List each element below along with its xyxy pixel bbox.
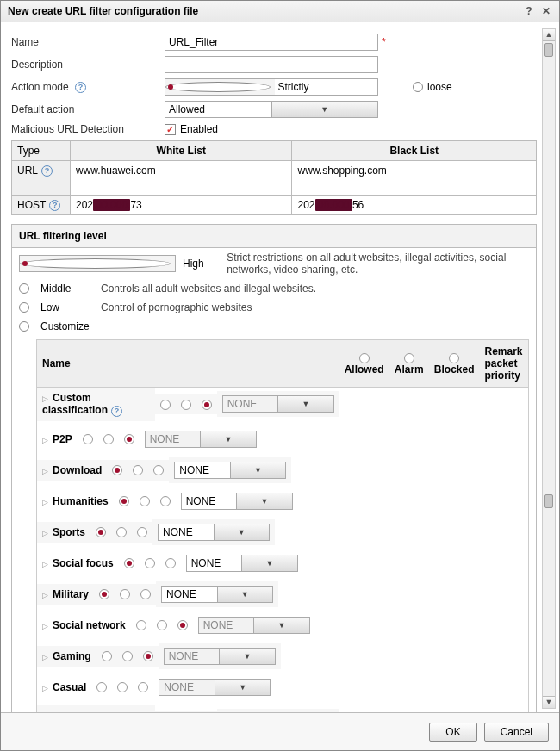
expand-icon[interactable]: ▷	[42, 529, 51, 537]
expand-icon[interactable]: ▷	[42, 467, 51, 475]
scrollbar-thumb[interactable]	[544, 494, 553, 508]
radio-allowed[interactable]	[114, 491, 134, 512]
col-name: Name	[37, 340, 339, 388]
radio-alarm[interactable]	[111, 522, 132, 543]
col-whitelist: White List	[71, 141, 292, 161]
radio-allowed[interactable]	[94, 584, 115, 605]
host-blacklist-cell[interactable]: 202.00.000.56	[292, 196, 537, 215]
priority-select[interactable]: NONE▼	[174, 462, 286, 479]
radio-allowed[interactable]	[155, 394, 176, 414]
radio-blocked[interactable]	[135, 584, 156, 605]
radio-alarm[interactable]	[134, 491, 155, 512]
chevron-down-icon: ▼	[217, 587, 273, 602]
table-row: ▷Social networkNONE▼	[37, 612, 339, 638]
expand-icon[interactable]: ▷	[42, 622, 51, 630]
table-row: ▷MilitaryNONE▼	[37, 581, 339, 607]
radio-blocked[interactable]	[172, 615, 193, 636]
radio-allowed[interactable]	[131, 615, 152, 636]
action-mode-strictly[interactable]: Strictly	[165, 78, 378, 96]
expand-icon[interactable]: ▷	[42, 394, 51, 403]
col-blacklist: Black List	[292, 141, 537, 161]
radio-alarm[interactable]	[112, 677, 133, 698]
radio-alarm[interactable]	[140, 553, 160, 574]
level-customize[interactable]	[19, 321, 34, 332]
ok-button[interactable]: OK	[429, 723, 476, 742]
radio-allowed[interactable]	[78, 429, 98, 450]
dialog-title: New create URL filter configuration file	[8, 5, 198, 17]
table-row: ▷HumanitiesNONE▼	[37, 488, 339, 514]
radio-alarm[interactable]	[98, 429, 119, 450]
chevron-down-icon: ▼	[230, 462, 286, 478]
category-name: Social network	[53, 619, 126, 631]
priority-select[interactable]: NONE▼	[164, 648, 276, 665]
level-low[interactable]	[19, 302, 34, 313]
priority-select[interactable]: NONE▼	[181, 493, 293, 510]
radio-allowed[interactable]	[107, 460, 128, 481]
help-icon[interactable]: ?	[49, 200, 60, 211]
priority-select[interactable]: NONE▼	[145, 431, 257, 448]
close-icon[interactable]: ✕	[540, 5, 552, 17]
action-mode-label: Action mode	[11, 81, 69, 93]
url-blacklist-cell[interactable]: www.shopping.com	[292, 161, 537, 196]
radio-blocked[interactable]	[196, 394, 217, 414]
level-middle[interactable]	[19, 283, 34, 294]
url-host-lists: Type White List Black List URL? www.huaw…	[11, 140, 537, 215]
level-high[interactable]	[19, 255, 176, 272]
name-label: Name	[11, 36, 165, 48]
radio-alarm[interactable]	[128, 460, 148, 481]
chevron-down-icon: ▼	[200, 431, 256, 447]
help-icon[interactable]: ?	[41, 165, 53, 177]
table-row: ▷GamingNONE▼	[37, 643, 339, 669]
cancel-button[interactable]: Cancel	[484, 723, 549, 742]
radio-blocked[interactable]	[148, 460, 169, 481]
expand-icon[interactable]: ▷	[42, 591, 51, 599]
radio-allowed[interactable]	[91, 677, 112, 698]
expand-icon[interactable]: ▷	[42, 560, 51, 568]
radio-blocked[interactable]	[132, 522, 152, 543]
radio-alarm[interactable]	[152, 615, 172, 636]
table-row: ▷P2PNONE▼	[37, 426, 339, 452]
radio-allowed[interactable]	[90, 522, 111, 543]
radio-alarm[interactable]	[117, 646, 138, 667]
radio-allowed[interactable]	[119, 553, 140, 574]
priority-select[interactable]: NONE▼	[158, 524, 270, 541]
radio-blocked[interactable]	[133, 677, 153, 698]
scroll-up-icon[interactable]: ▲	[543, 29, 555, 41]
expand-icon[interactable]: ▷	[42, 684, 51, 692]
priority-select[interactable]: NONE▼	[161, 586, 273, 603]
default-action-select[interactable]: Allowed ▼	[165, 101, 378, 118]
expand-icon[interactable]: ▷	[42, 436, 51, 444]
host-whitelist-cell[interactable]: 202.00.000.73	[71, 196, 292, 215]
radio-blocked[interactable]	[138, 646, 159, 667]
priority-select[interactable]: NONE▼	[186, 555, 298, 572]
host-row-label: HOST	[17, 199, 46, 211]
help-icon[interactable]: ?	[111, 406, 122, 417]
table-row: ▷Custom classification?NONE▼	[37, 388, 339, 420]
table-row: ▷CasualNONE▼	[37, 674, 339, 700]
scrollbar[interactable]: ▲ ▼	[542, 28, 556, 709]
help-icon[interactable]: ?	[523, 5, 535, 17]
radio-blocked[interactable]	[160, 553, 181, 574]
scrollbar-thumb[interactable]	[544, 43, 553, 57]
radio-blocked[interactable]	[119, 429, 140, 450]
action-mode-loose[interactable]: loose	[413, 81, 452, 93]
help-icon[interactable]: ?	[75, 82, 86, 93]
malicious-enabled-checkbox[interactable]: ✓ Enabled	[165, 123, 218, 135]
priority-select[interactable]: NONE▼	[159, 679, 271, 696]
chevron-down-icon: ▼	[214, 524, 270, 540]
required-marker: *	[382, 36, 386, 48]
radio-blocked[interactable]	[155, 491, 176, 512]
priority-select[interactable]: NONE▼	[198, 617, 310, 634]
name-input[interactable]	[165, 34, 378, 51]
expand-icon[interactable]: ▷	[42, 498, 51, 506]
table-row: ▷Religion/SupernaturalNONE▼	[37, 705, 339, 712]
description-input[interactable]	[165, 56, 378, 73]
priority-select[interactable]: NONE▼	[222, 395, 334, 413]
radio-alarm[interactable]	[176, 394, 196, 414]
url-whitelist-cell[interactable]: www.huawei.com	[71, 161, 292, 196]
scroll-down-icon[interactable]: ▼	[543, 696, 555, 708]
expand-icon[interactable]: ▷	[42, 653, 51, 661]
radio-allowed[interactable]	[96, 646, 117, 667]
col-blocked: Blocked	[429, 340, 480, 388]
radio-alarm[interactable]	[115, 584, 135, 605]
